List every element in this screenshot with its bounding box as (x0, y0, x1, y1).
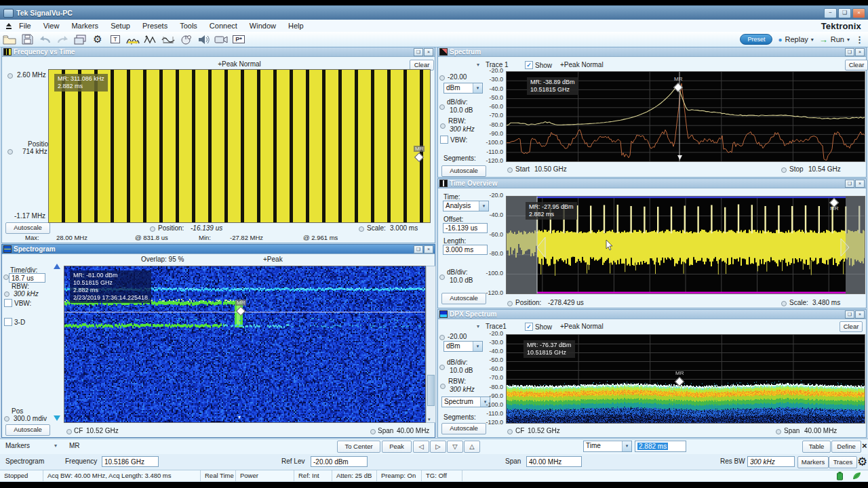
vbw-checkbox[interactable]: VBW: (4, 299, 31, 307)
higher-peak-button[interactable]: △ (464, 441, 480, 453)
clear-button[interactable]: Clear (845, 60, 868, 70)
ref-lev-field[interactable]: -20.00 dBm (311, 456, 368, 467)
clear-button[interactable]: Clear (840, 321, 863, 332)
marker-mr[interactable]: MR (676, 378, 683, 385)
close-markers-icon[interactable]: × (862, 441, 867, 451)
anchor-icon[interactable] (440, 123, 446, 129)
anchor-icon[interactable] (66, 429, 72, 434)
frequency-vs-time-plot[interactable]: MR: 311.086 kHz 2.882 ms MR (48, 69, 431, 223)
replay-button[interactable]: ● Replay ▾ (778, 35, 813, 43)
threed-checkbox[interactable]: 3-D (4, 318, 25, 326)
frequency-field[interactable]: 10.5186 GHz (102, 456, 159, 467)
anchor-icon[interactable] (370, 429, 376, 434)
dpx-titlebar[interactable]: DPX Spectrum ❏× (438, 310, 866, 319)
menu-item[interactable]: Window (243, 20, 282, 31)
to-center-button[interactable]: To Center (337, 441, 380, 453)
close-button[interactable]: × (852, 8, 865, 18)
panel-close-button[interactable]: × (424, 48, 433, 56)
scroll-up-icon[interactable] (54, 264, 60, 269)
anchor-icon[interactable] (507, 167, 513, 173)
time-overview-plot[interactable]: MR: -27.95 dBm 2.882 ms MR (506, 196, 865, 294)
define-button[interactable]: Define (831, 441, 861, 453)
anchor-icon[interactable] (439, 365, 445, 370)
anchor-icon[interactable] (359, 226, 364, 232)
menu-item[interactable]: Markers (65, 20, 104, 31)
camera-icon[interactable] (213, 33, 229, 45)
redo-icon[interactable] (54, 33, 71, 45)
vbw-checkbox[interactable]: VBW: (440, 136, 467, 144)
traces-button[interactable]: Traces (829, 456, 857, 468)
panel-close-button[interactable]: × (855, 48, 865, 56)
text-tag-icon[interactable]: T (107, 33, 123, 45)
anchor-icon[interactable] (439, 274, 445, 280)
marker-mr[interactable]: MR (675, 84, 682, 91)
next-peak-button[interactable]: ▷ (430, 441, 446, 453)
trace-dropdown-icon[interactable]: ▾ (477, 323, 479, 329)
settings-gear-icon[interactable]: ⚙ (857, 456, 867, 468)
spectrogram-scrollbar[interactable]: ▾ (426, 266, 436, 423)
anchor-icon[interactable] (7, 73, 13, 79)
mouse-settings-icon[interactable] (178, 33, 194, 45)
panel-restore-button[interactable]: ❏ (845, 180, 854, 188)
anchor-icon[interactable] (4, 416, 9, 422)
timediv-field[interactable]: 18.7 us (9, 273, 45, 283)
marker-value-field[interactable]: 2.882 ms (635, 441, 686, 452)
run-button[interactable]: → Run ▾ (819, 35, 850, 45)
maximize-button[interactable]: ❏ (838, 8, 851, 18)
marker-mr[interactable]: MR (237, 308, 244, 314)
trace-dropdown-icon[interactable]: ▾ (477, 62, 479, 68)
anchor-icon[interactable] (440, 384, 446, 389)
trace-selector[interactable]: Trace1 (486, 323, 507, 330)
panel-restore-button[interactable]: ❏ (845, 48, 854, 56)
overflow-menu-icon[interactable]: ⋮ (855, 35, 864, 45)
panel-close-button[interactable]: × (855, 310, 865, 319)
preset-button[interactable]: Preset (740, 34, 772, 45)
windows-layout-icon[interactable] (72, 33, 88, 45)
res-bw-field[interactable]: 300 kHz (747, 456, 795, 467)
undo-icon[interactable] (37, 33, 53, 45)
scrollbar-thumb[interactable] (427, 375, 435, 406)
peak-button[interactable]: Peak (382, 441, 412, 453)
run-dropdown-icon[interactable]: ▾ (847, 37, 850, 43)
anchor-icon[interactable] (507, 429, 513, 434)
markers-dropdown-icon[interactable]: ▾ (54, 443, 57, 449)
minimize-button[interactable]: − (824, 8, 837, 18)
dpx-plot[interactable]: MR: -76.37 dBm 10.51815 GHz MR (506, 334, 865, 424)
window-titlebar[interactable]: Tek SignalVu-PC − ❏ × (0, 6, 868, 20)
anchor-icon[interactable] (3, 274, 9, 280)
prev-peak-button[interactable]: ◁ (413, 441, 429, 453)
spectrum-display-icon[interactable] (125, 33, 141, 45)
scroll-down-icon[interactable] (54, 415, 60, 421)
autoscale-button[interactable]: Autoscale (5, 222, 50, 234)
anchor-icon[interactable] (439, 335, 445, 340)
scrollbar-down-icon[interactable]: ▾ (428, 417, 431, 422)
show-checkbox[interactable]: ✓Show (525, 61, 552, 69)
table-button[interactable]: Table (802, 441, 831, 453)
eject-icon[interactable] (5, 23, 13, 29)
anchor-icon[interactable] (439, 104, 445, 110)
panel-close-button[interactable]: × (855, 180, 865, 188)
spectrum-titlebar[interactable]: Spectrum ❏× (438, 47, 866, 57)
trace-display-icon[interactable] (160, 33, 176, 45)
anchor-icon[interactable] (150, 226, 155, 232)
marker-mr[interactable]: MR (831, 199, 837, 206)
menu-item[interactable]: Setup (104, 20, 136, 31)
menu-item[interactable]: File (13, 20, 37, 31)
menu-item[interactable]: Help (282, 20, 310, 31)
settings-gear-icon[interactable]: ⚙ (90, 33, 106, 45)
replay-dropdown-icon[interactable]: ▾ (811, 37, 814, 43)
autoscale-button[interactable]: Autoscale (5, 424, 50, 436)
panel-restore-button[interactable]: ❏ (414, 48, 423, 56)
spectrogram-plot[interactable]: MR: -81.00 dBm 10.51815 GHz 2.882 ms 2/2… (64, 266, 426, 423)
anchor-icon[interactable] (439, 75, 445, 81)
lower-peak-button[interactable]: ▽ (447, 441, 463, 453)
anchor-icon[interactable] (7, 149, 13, 155)
menu-item[interactable]: Connect (203, 20, 243, 31)
spectrogram-titlebar[interactable]: Spectrogram ❏× (2, 245, 435, 254)
anchor-icon[interactable] (507, 301, 513, 306)
anchor-icon[interactable] (781, 167, 787, 173)
menu-item[interactable]: Tools (174, 20, 203, 31)
panel-restore-button[interactable]: ❏ (845, 310, 854, 319)
span-field[interactable]: 40.00 MHz (526, 456, 582, 467)
menu-item[interactable]: View (37, 20, 66, 31)
